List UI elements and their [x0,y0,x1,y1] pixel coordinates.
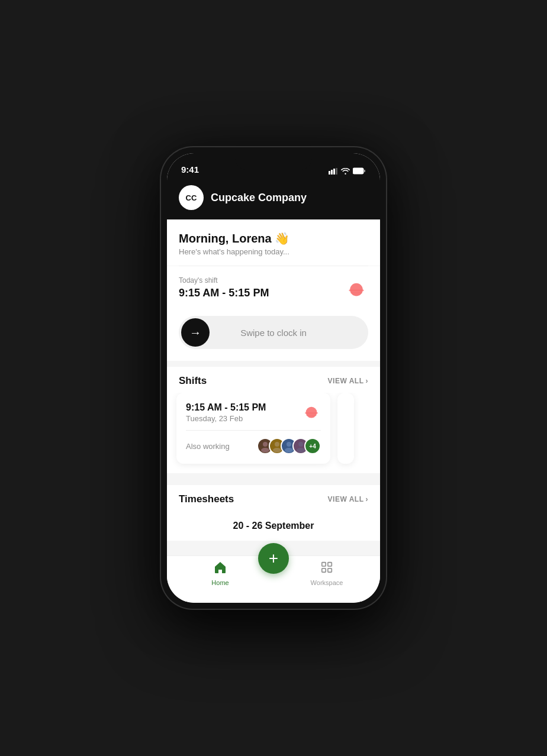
shifts-section-header: Shifts VIEW ALL › [167,367,380,393]
greeting-text: Morning, Lorena 👋 [179,231,368,245]
timesheets-view-all[interactable]: VIEW ALL › [328,495,368,503]
workspace-icon [320,561,333,577]
swipe-container[interactable]: → Swipe to clock in [179,316,368,349]
shift-label: Today's shift [179,276,269,285]
swipe-handle[interactable]: → [181,318,210,347]
app-header: CC Cupcake Company [167,179,380,219]
svg-point-20 [298,442,303,447]
home-icon [213,561,227,577]
nav-home[interactable]: Home [167,561,274,586]
shift-card-partial [337,393,354,464]
svg-rect-24 [322,568,326,572]
svg-point-17 [273,448,281,453]
fab-plus-icon: + [269,550,278,567]
timesheets-chevron-icon: › [366,495,369,503]
swipe-arrow-icon: → [189,326,201,340]
battery-icon [353,167,366,176]
timesheets-section-header: Timesheets VIEW ALL › [167,485,380,511]
svg-point-6 [350,283,363,296]
svg-rect-9 [353,295,361,296]
greeting-subtitle: Here's what's happening today... [179,247,368,256]
svg-rect-3 [336,168,337,175]
svg-rect-7 [349,290,363,292]
shift-inner-divider [186,430,321,431]
svg-point-14 [263,442,268,447]
shift-icon [345,276,368,299]
swipe-section: → Swipe to clock in [167,309,380,361]
shifts-title: Shifts [179,375,207,387]
also-working-label: Also working [186,442,230,451]
timesheet-card[interactable]: 20 - 26 September [167,511,380,541]
svg-rect-25 [328,568,332,572]
avatar-more: +4 [304,438,321,454]
svg-rect-5 [364,170,365,172]
svg-rect-23 [328,563,332,566]
wifi-icon [341,168,350,176]
also-working-row: Also working [186,438,321,454]
svg-rect-12 [306,415,316,416]
svg-rect-8 [350,292,362,293]
company-name: Cupcake Company [211,192,307,204]
shift-card-icon [302,402,321,421]
shift-card-top: 9:15 AM - 5:15 PM Tuesday, 23 Feb [186,402,321,423]
svg-point-16 [275,442,279,447]
svg-point-21 [297,448,305,453]
gap-1 [167,361,380,367]
shift-card-date: Tuesday, 23 Feb [186,414,266,423]
today-shift-card: Today's shift 9:15 AM - 5:15 PM [167,266,380,309]
status-time: 9:41 [181,164,199,176]
phone-screen: 9:41 [167,153,380,603]
fab-button[interactable]: + [258,543,289,574]
workspace-label: Workspace [311,579,343,586]
home-label: Home [211,579,229,586]
company-avatar: CC [179,185,204,210]
svg-point-10 [306,407,317,418]
main-content: Morning, Lorena 👋 Here's what's happenin… [167,219,380,555]
greeting-section: Morning, Lorena 👋 Here's what's happenin… [167,219,380,266]
status-icons [329,167,366,176]
shifts-chevron-icon: › [366,377,369,385]
svg-rect-2 [333,169,335,175]
svg-point-19 [285,448,293,453]
phone-frame: 9:41 [161,147,386,609]
signal-icon [329,168,338,176]
bottom-nav: + Home Wo [167,555,380,603]
avatars-group: +4 [257,438,321,454]
timesheets-title: Timesheets [179,493,234,505]
svg-rect-0 [329,171,330,175]
svg-rect-1 [331,170,333,175]
nav-workspace[interactable]: Workspace [274,561,380,586]
svg-rect-22 [322,563,326,566]
svg-rect-4 [353,168,363,174]
shift-time: 9:15 AM - 5:15 PM [179,287,269,299]
swipe-label: Swipe to clock in [210,328,366,338]
shift-card-item-1[interactable]: 9:15 AM - 5:15 PM Tuesday, 23 Feb [176,393,330,464]
svg-rect-13 [308,416,315,418]
notch [235,153,312,170]
shift-card-time: 9:15 AM - 5:15 PM [186,402,266,413]
timesheet-date: 20 - 26 September [179,521,368,531]
svg-point-18 [287,442,291,447]
gap-2 [167,473,380,479]
shifts-scroll: 9:15 AM - 5:15 PM Tuesday, 23 Feb [167,393,380,473]
shifts-view-all[interactable]: VIEW ALL › [328,377,368,385]
svg-rect-11 [305,412,318,413]
svg-point-15 [261,448,269,453]
